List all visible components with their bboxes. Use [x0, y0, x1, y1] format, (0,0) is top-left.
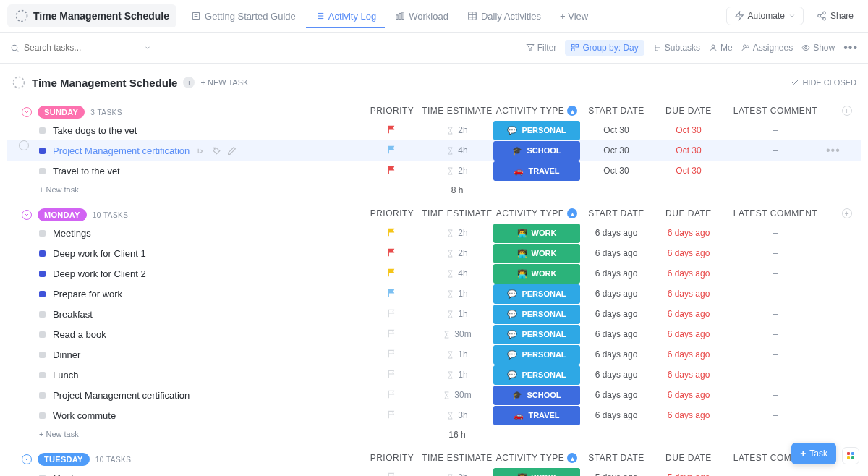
- column-activity-type[interactable]: ACTIVITY TYPE▴: [493, 208, 580, 218]
- row-more-menu[interactable]: •••: [826, 144, 852, 157]
- task-name[interactable]: Travel to the vet: [53, 166, 120, 177]
- start-date-cell[interactable]: Oct 30: [580, 125, 652, 135]
- comment-cell[interactable]: –: [725, 248, 826, 258]
- column-activity-type[interactable]: ACTIVITY TYPE▴: [493, 453, 580, 463]
- due-date-cell[interactable]: 6 days ago: [652, 410, 725, 420]
- activity-type-badge[interactable]: 🚗TRAVEL: [493, 406, 580, 425]
- activity-type-badge[interactable]: 🎓SCHOOL: [493, 141, 580, 161]
- status-square[interactable]: [39, 148, 46, 154]
- priority-cell[interactable]: [363, 369, 421, 381]
- task-name[interactable]: Meetings: [53, 228, 91, 239]
- comment-cell[interactable]: –: [725, 268, 826, 279]
- task-name[interactable]: Prepare for work: [53, 289, 122, 299]
- start-date-cell[interactable]: Oct 30: [580, 166, 652, 176]
- activity-type-badge[interactable]: 👨‍💻WORK: [493, 468, 580, 477]
- due-date-cell[interactable]: Oct 30: [652, 145, 725, 156]
- comment-cell[interactable]: –: [725, 145, 826, 156]
- collapse-icon[interactable]: [22, 210, 32, 220]
- task-row[interactable]: Dinner1h💬PERSONAL6 days ago6 days ago–: [7, 344, 861, 365]
- time-estimate-cell[interactable]: 2h: [421, 248, 493, 258]
- status-square[interactable]: [39, 127, 46, 134]
- activity-type-badge[interactable]: 💬PERSONAL: [493, 284, 580, 304]
- start-date-cell[interactable]: 6 days ago: [580, 228, 652, 238]
- due-date-cell[interactable]: 6 days ago: [652, 329, 725, 339]
- comment-cell[interactable]: –: [725, 166, 826, 176]
- activity-type-badge[interactable]: 💬PERSONAL: [493, 345, 580, 365]
- column-header[interactable]: START DATE: [580, 208, 652, 218]
- task-name[interactable]: Meetings: [53, 472, 91, 477]
- flag-icon[interactable]: [387, 288, 397, 298]
- list-breadcrumb[interactable]: Time Management Schedule: [7, 4, 176, 27]
- comment-cell[interactable]: –: [725, 228, 826, 238]
- activity-type-badge[interactable]: 👨‍💻WORK: [493, 244, 580, 263]
- task-row[interactable]: Project Management certification30m🎓SCHO…: [7, 385, 861, 405]
- status-square[interactable]: [39, 271, 46, 277]
- subtasks-button[interactable]: Subtasks: [653, 43, 700, 53]
- priority-cell[interactable]: [363, 165, 421, 177]
- add-view-button[interactable]: + View: [551, 5, 597, 27]
- task-row[interactable]: Deep work for Client 24h👨‍💻WORK6 days ag…: [7, 263, 861, 284]
- time-estimate-cell[interactable]: 2h: [421, 228, 493, 238]
- start-date-cell[interactable]: 5 days ago: [580, 472, 652, 476]
- task-name[interactable]: Project Management certification: [53, 390, 190, 401]
- task-row[interactable]: Project Management certification4h🎓SCHOO…: [7, 140, 861, 161]
- activity-type-badge[interactable]: 💬PERSONAL: [493, 365, 580, 385]
- activity-type-badge[interactable]: 👨‍💻WORK: [493, 224, 580, 243]
- add-column-button[interactable]: +: [842, 106, 852, 116]
- start-date-cell[interactable]: 6 days ago: [580, 248, 652, 258]
- flag-icon[interactable]: [387, 328, 397, 339]
- column-header[interactable]: TIME ESTIMATE: [421, 453, 493, 463]
- comment-cell[interactable]: –: [725, 125, 826, 135]
- status-square[interactable]: [39, 250, 46, 257]
- column-header[interactable]: PRIORITY: [363, 106, 421, 116]
- column-header[interactable]: PRIORITY: [363, 208, 421, 218]
- column-header[interactable]: START DATE: [580, 453, 652, 463]
- comment-cell[interactable]: –: [725, 309, 826, 319]
- due-date-cell[interactable]: Oct 30: [652, 125, 725, 135]
- due-date-cell[interactable]: 6 days ago: [652, 309, 725, 319]
- task-name[interactable]: Deep work for Client 1: [53, 248, 146, 259]
- new-task-float-button[interactable]: + Task: [791, 443, 836, 464]
- task-row[interactable]: Read a book30m💬PERSONAL6 days ago6 days …: [7, 324, 861, 344]
- show-button[interactable]: Show: [801, 43, 835, 53]
- priority-cell[interactable]: [363, 288, 421, 300]
- due-date-cell[interactable]: 6 days ago: [652, 349, 725, 360]
- start-date-cell[interactable]: 6 days ago: [580, 410, 652, 420]
- start-date-cell[interactable]: 6 days ago: [580, 309, 652, 319]
- status-square[interactable]: [39, 168, 46, 174]
- status-square[interactable]: [39, 352, 46, 358]
- app-launcher-button[interactable]: [842, 447, 859, 464]
- select-circle[interactable]: [19, 140, 29, 150]
- priority-cell[interactable]: [363, 349, 421, 361]
- time-estimate-cell[interactable]: 1h: [421, 289, 493, 299]
- column-header[interactable]: DUE DATE: [652, 208, 725, 218]
- time-estimate-cell[interactable]: 3h: [421, 410, 493, 420]
- start-date-cell[interactable]: 6 days ago: [580, 329, 652, 339]
- sort-icon[interactable]: ▴: [567, 453, 577, 463]
- priority-cell[interactable]: [363, 227, 421, 239]
- new-task-header[interactable]: + NEW TASK: [200, 78, 248, 87]
- due-date-cell[interactable]: 6 days ago: [652, 228, 725, 238]
- priority-cell[interactable]: [363, 308, 421, 320]
- flag-icon[interactable]: [387, 124, 397, 135]
- task-row[interactable]: Meetings2h👨‍💻WORK6 days ago6 days ago–: [7, 223, 861, 243]
- priority-cell[interactable]: [363, 268, 421, 280]
- flag-icon[interactable]: [387, 145, 397, 155]
- task-name[interactable]: Deep work for Client 2: [53, 268, 146, 279]
- search-input[interactable]: [24, 43, 111, 53]
- subtask-icon[interactable]: [197, 146, 206, 156]
- info-icon[interactable]: i: [183, 77, 195, 88]
- task-row[interactable]: Travel to the vet2h🚗TRAVELOct 30Oct 30–: [7, 161, 861, 181]
- column-activity-type[interactable]: ACTIVITY TYPE▴: [493, 106, 580, 116]
- comment-cell[interactable]: –: [725, 472, 826, 476]
- assignees-button[interactable]: Assignees: [741, 43, 793, 53]
- activity-type-badge[interactable]: 💬PERSONAL: [493, 325, 580, 344]
- priority-cell[interactable]: [363, 328, 421, 341]
- activity-type-badge[interactable]: 🎓SCHOOL: [493, 386, 580, 405]
- filter-button[interactable]: Filter: [526, 43, 557, 53]
- start-date-cell[interactable]: 6 days ago: [580, 349, 652, 360]
- comment-cell[interactable]: –: [725, 370, 826, 380]
- due-date-cell[interactable]: 6 days ago: [652, 268, 725, 279]
- me-button[interactable]: Me: [709, 43, 733, 53]
- task-name[interactable]: Breakfast: [53, 309, 93, 320]
